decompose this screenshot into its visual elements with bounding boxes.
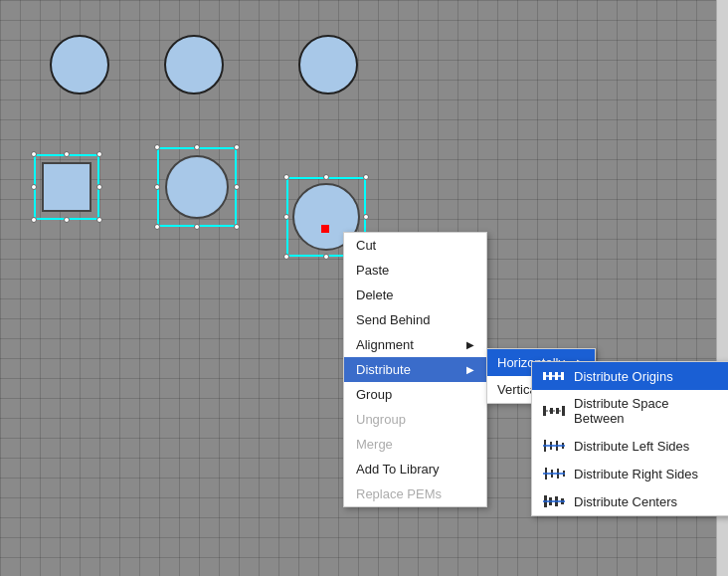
handle-bl[interactable]: [31, 217, 37, 223]
selected-shape-2: [157, 147, 237, 227]
handle-tm[interactable]: [64, 151, 70, 157]
svg-rect-6: [550, 408, 553, 414]
shape-square: [42, 162, 91, 212]
svg-rect-7: [556, 408, 559, 414]
h2-br[interactable]: [234, 224, 240, 230]
handle-mr[interactable]: [96, 184, 102, 190]
centers-icon: [542, 493, 566, 509]
h3-tl[interactable]: [283, 174, 289, 180]
handle-br[interactable]: [96, 217, 102, 223]
h3-mr[interactable]: [363, 214, 369, 220]
h3-tr[interactable]: [363, 174, 369, 180]
svg-rect-8: [562, 406, 565, 416]
menu-item-merge: Merge: [344, 432, 486, 457]
menu-item-cut[interactable]: Cut: [344, 233, 486, 258]
svg-rect-5: [543, 406, 546, 416]
menu-item-add-library[interactable]: Add To Library: [344, 457, 486, 481]
context-menu: Cut Paste Delete Send Behind Alignment ▶…: [343, 232, 487, 507]
selected-shape-1: [34, 154, 99, 220]
design-canvas: Cut Paste Delete Send Behind Alignment ▶…: [0, 0, 728, 576]
handle-bm[interactable]: [64, 217, 70, 223]
menu-item-delete[interactable]: Delete: [344, 283, 486, 307]
submenu-distribute-space-between[interactable]: Distribute Space Between: [532, 390, 728, 432]
handle-tl[interactable]: [31, 151, 37, 157]
menu-item-paste[interactable]: Paste: [344, 258, 486, 283]
circle-1: [50, 35, 109, 95]
h3-tm[interactable]: [323, 174, 329, 180]
menu-item-ungroup: Ungroup: [344, 407, 486, 432]
menu-item-distribute[interactable]: Distribute ▶: [344, 357, 486, 382]
red-anchor-dot: [321, 225, 329, 233]
menu-item-replace-pems: Replace PEMs: [344, 481, 486, 506]
space-between-icon: [542, 403, 566, 419]
circle-2: [164, 35, 224, 95]
submenu-distribute-right-sides[interactable]: Distribute Right Sides: [532, 460, 728, 487]
h3-ml[interactable]: [283, 214, 289, 220]
submenu-distribute-options: Distribute Origins Distribute Space Betw…: [531, 361, 728, 516]
h2-tm[interactable]: [194, 144, 200, 150]
submenu-distribute-left-sides[interactable]: Distribute Left Sides: [532, 432, 728, 460]
menu-item-group[interactable]: Group: [344, 382, 486, 407]
handle-tr[interactable]: [96, 151, 102, 157]
circle-3: [298, 35, 358, 95]
menu-item-alignment[interactable]: Alignment ▶: [344, 332, 486, 357]
arrow-distribute: ▶: [466, 364, 474, 375]
h2-tl[interactable]: [154, 144, 160, 150]
menu-item-send-behind[interactable]: Send Behind: [344, 307, 486, 332]
submenu-distribute-origins[interactable]: Distribute Origins: [532, 362, 728, 390]
h3-bl[interactable]: [283, 254, 289, 260]
right-sides-icon: [542, 466, 566, 481]
h2-ml[interactable]: [154, 184, 160, 190]
h2-bl[interactable]: [154, 224, 160, 230]
h3-bm[interactable]: [323, 254, 329, 260]
shape-circle-2: [165, 155, 229, 219]
origins-icon: [542, 368, 566, 384]
h2-bm[interactable]: [194, 224, 200, 230]
submenu-distribute-centers[interactable]: Distribute Centers: [532, 487, 728, 515]
left-sides-icon: [542, 438, 566, 454]
handle-ml[interactable]: [31, 184, 37, 190]
arrow-alignment: ▶: [466, 339, 474, 350]
h2-tr[interactable]: [234, 144, 240, 150]
h2-mr[interactable]: [234, 184, 240, 190]
